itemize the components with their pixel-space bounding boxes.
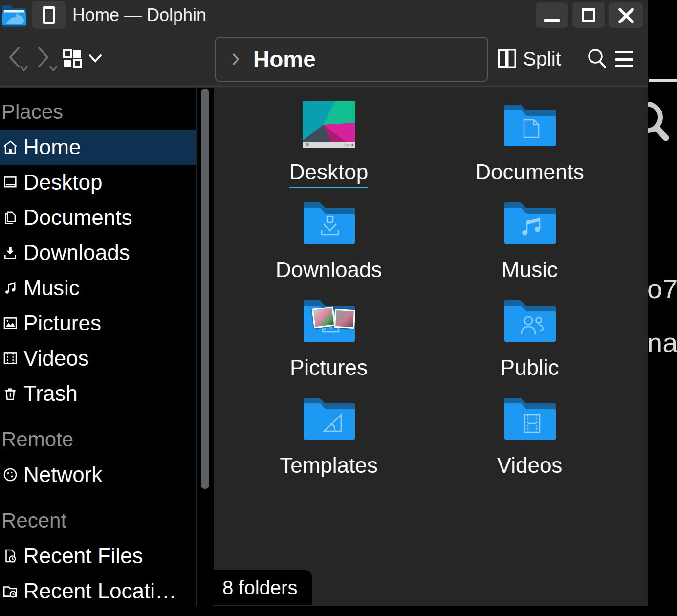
photo-thumbnail — [311, 306, 335, 328]
folder-label: Music — [502, 258, 558, 282]
sidebar-item-label: Desktop — [23, 170, 102, 195]
window-title: Home — Dolphin — [72, 0, 206, 30]
forward-arrow-icon[interactable] — [37, 46, 50, 68]
toolbar: Home Split — [0, 30, 648, 87]
folder-icon — [503, 199, 557, 245]
sidebar-item-label: Pictures — [23, 311, 101, 335]
folder-item-pictures[interactable]: Pictures — [228, 297, 429, 395]
back-dropdown-icon[interactable] — [20, 66, 28, 71]
sidebar-item-home[interactable]: Home — [0, 130, 196, 165]
folder-icon — [302, 199, 356, 245]
sidebar-item-label: Videos — [23, 346, 89, 371]
split-label: Split — [523, 48, 561, 70]
svg-text:12:34: 12:34 — [345, 143, 353, 147]
close-icon — [617, 7, 634, 23]
grid-view-icon[interactable] — [63, 49, 82, 68]
folder-item-videos[interactable]: Videos — [429, 395, 630, 492]
sidebar-item-recent-locati[interactable]: Recent Locati… — [0, 573, 196, 606]
search-icon[interactable] — [587, 48, 607, 69]
background-partial-text: na — [648, 327, 677, 358]
folder-label: Videos — [497, 453, 563, 477]
sidebar-item-label: Music — [23, 276, 80, 300]
folder-label: Desktop — [289, 160, 368, 188]
folder-item-desktop[interactable]: 12:34 Desktop — [228, 101, 429, 199]
places-section-header: Recent — [0, 503, 196, 538]
minimize-button[interactable] — [536, 2, 568, 28]
sidebar-item-trash[interactable]: Trash — [0, 376, 196, 411]
folder-icon — [503, 101, 557, 148]
split-view-icon — [498, 48, 516, 69]
folder-icon — [503, 199, 557, 245]
screen: Home — Dolphin Home — [0, 0, 677, 616]
places-panel: PlacesHomeDesktopDocumentsDownloadsMusic… — [0, 88, 196, 606]
viewmode-dropdown-icon[interactable] — [89, 54, 102, 63]
folder-view[interactable]: 12:34 DesktopDocumentsDownloadsMusic Pic… — [214, 88, 648, 606]
maximize-icon — [582, 8, 595, 22]
location-bar[interactable]: Home — [215, 37, 488, 82]
folder-icon — [302, 199, 356, 245]
background-window-edge — [649, 79, 677, 82]
folder-label: Pictures — [290, 355, 368, 379]
folder-label: Public — [501, 355, 559, 379]
forward-dropdown-icon[interactable] — [49, 66, 58, 71]
sidebar-item-network[interactable]: Network — [0, 457, 196, 492]
home-icon — [2, 139, 19, 155]
status-text: 8 folders — [222, 577, 297, 599]
content-area: PlacesHomeDesktopDocumentsDownloadsMusic… — [0, 88, 648, 606]
folder-item-documents[interactable]: Documents — [429, 101, 630, 199]
status-bar: 8 folders — [214, 570, 312, 605]
folder-icon — [503, 297, 557, 343]
folder-item-downloads[interactable]: Downloads — [228, 199, 429, 297]
hamburger-menu-icon[interactable] — [615, 51, 633, 67]
sidebar-item-music[interactable]: Music — [0, 270, 196, 306]
places-section-header: Places — [0, 94, 196, 130]
folder-item-templates[interactable]: Templates — [228, 395, 429, 492]
back-arrow-icon[interactable] — [8, 46, 21, 68]
sidebar-item-label: Home — [23, 135, 81, 159]
folder-icon — [302, 395, 356, 441]
folder-icon — [503, 395, 557, 441]
places-scrollbar[interactable] — [197, 88, 214, 606]
folder-item-music[interactable]: Music — [429, 199, 630, 297]
folder-label: Downloads — [276, 258, 382, 282]
close-button[interactable] — [609, 2, 643, 28]
folder-icon — [503, 395, 557, 441]
breadcrumb-chevron-icon — [232, 53, 240, 66]
dolphin-app-icon — [1, 2, 27, 28]
folder-icon — [302, 395, 356, 441]
sidebar-item-label: Documents — [23, 205, 132, 230]
sidebar-item-documents[interactable]: Documents — [0, 200, 196, 235]
desktop-preview-icon: 12:34 — [302, 101, 356, 148]
folder-item-public[interactable]: Public — [429, 297, 630, 395]
sidebar-item-desktop[interactable]: Desktop — [0, 165, 196, 200]
sidebar-item-recent-files[interactable]: Recent Files — [0, 538, 196, 573]
sidebar-item-videos[interactable]: Videos — [0, 341, 196, 376]
folder-icon — [503, 297, 557, 343]
split-button[interactable]: Split — [498, 43, 561, 74]
folder-icon — [503, 101, 557, 148]
desktop-icon — [2, 174, 19, 191]
videos-icon — [2, 350, 19, 367]
breadcrumb[interactable]: Home — [253, 46, 316, 72]
photo-thumbnail — [334, 309, 355, 329]
downloads-icon — [2, 244, 19, 261]
folder-icon: 12:34 — [302, 101, 356, 148]
places-scrollbar-thumb[interactable] — [201, 89, 209, 489]
sidebar-item-label: Downloads — [23, 241, 130, 265]
sidebar-item-label: Recent Files — [23, 544, 143, 568]
folder-label: Documents — [475, 160, 584, 184]
music-icon — [2, 280, 19, 296]
sidebar-item-pictures[interactable]: Pictures — [0, 306, 196, 341]
maximize-button[interactable] — [572, 2, 605, 28]
titlebar[interactable]: Home — Dolphin — [0, 0, 648, 30]
recent-files-icon — [2, 548, 19, 564]
sidebar-item-downloads[interactable]: Downloads — [0, 235, 196, 270]
sidebar-item-label: Trash — [23, 381, 78, 406]
dolphin-window: Home — Dolphin Home — [0, 0, 648, 606]
sidebar-item-label: Network — [23, 462, 102, 487]
folder-label: Templates — [280, 453, 378, 477]
recent-locations-icon — [2, 583, 19, 599]
background-partial-text: o7 — [648, 273, 677, 305]
background-window-strip: o7 na — [648, 0, 677, 616]
titlebar-app-button[interactable] — [32, 1, 66, 29]
